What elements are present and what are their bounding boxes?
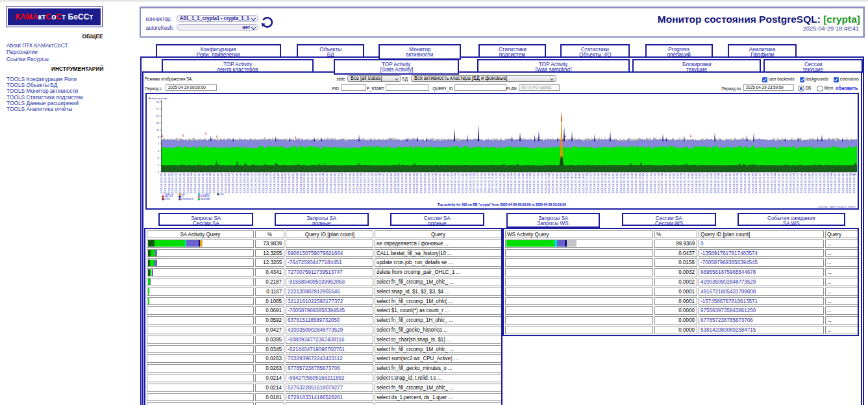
svg-text:Top activity for 500 on DB "cr: Top activity for 500 on DB "crypta" from… bbox=[438, 202, 566, 206]
svg-text:2025-04-29 11:28: 2025-04-29 11:28 bbox=[483, 173, 486, 193]
svg-text:2025-04-29 16:24: 2025-04-29 16:24 bbox=[623, 173, 626, 193]
svg-text:2025-04-29 07:28: 2025-04-29 07:28 bbox=[370, 173, 373, 193]
svg-text:2025-04-29 18:40: 2025-04-29 18:40 bbox=[687, 173, 690, 193]
svg-text:2025-04-29 14:48: 2025-04-29 14:48 bbox=[577, 173, 580, 193]
svg-text:2025-04-29 23:04: 2025-04-29 23:04 bbox=[811, 173, 814, 193]
svg-text:2025-04-29 08:24: 2025-04-29 08:24 bbox=[397, 173, 400, 193]
svg-text:2025-04-29 20:56: 2025-04-29 20:56 bbox=[750, 173, 754, 193]
svg-text:2025-04-29 21:28: 2025-04-29 21:28 bbox=[765, 173, 769, 193]
svg-text:2025-04-29 04:32: 2025-04-29 04:32 bbox=[288, 173, 291, 193]
svg-text:2025-04-29 09:36: 2025-04-29 09:36 bbox=[430, 173, 434, 193]
svg-text:2025-04-29 15:36: 2025-04-29 15:36 bbox=[600, 173, 603, 193]
svg-text:5: 5 bbox=[157, 149, 159, 153]
svg-text:2025-04-29 11:36: 2025-04-29 11:36 bbox=[487, 173, 490, 193]
svg-text:2025-04-29 15:20: 2025-04-29 15:20 bbox=[593, 173, 596, 193]
svg-text:2025-04-29 07:20: 2025-04-29 07:20 bbox=[367, 173, 370, 193]
svg-text:2025-04-29 23:44: 2025-04-29 23:44 bbox=[830, 173, 833, 193]
svg-text:2025-04-29 20:24: 2025-04-29 20:24 bbox=[736, 173, 739, 193]
svg-text:3: 3 bbox=[157, 156, 159, 160]
svg-text:2025-04-29 00:16: 2025-04-29 00:16 bbox=[167, 173, 170, 193]
svg-text:7: 7 bbox=[157, 142, 159, 145]
svg-text:2025-04-29 01:36: 2025-04-29 01:36 bbox=[205, 173, 208, 193]
svg-text:2025-04-29 04:16: 2025-04-29 04:16 bbox=[280, 173, 283, 193]
svg-text:2025-04-29 11:52: 2025-04-29 11:52 bbox=[495, 173, 498, 193]
svg-text:2025-04-29 17:04: 2025-04-29 17:04 bbox=[641, 173, 645, 193]
svg-text:2025-04-29 00:32: 2025-04-29 00:32 bbox=[852, 173, 856, 193]
svg-text:2025-04-29 07:04: 2025-04-29 07:04 bbox=[359, 173, 362, 193]
svg-text:2025-04-29 19:20: 2025-04-29 19:20 bbox=[706, 173, 709, 193]
svg-text:2025-04-29 13:20: 2025-04-29 13:20 bbox=[536, 173, 539, 193]
svg-text:2025-04-29 14:16: 2025-04-29 14:16 bbox=[562, 173, 565, 193]
svg-text:2025-04-29 00:24: 2025-04-29 00:24 bbox=[171, 173, 174, 193]
svg-text:2025-04-29 14:00: 2025-04-29 14:00 bbox=[555, 173, 558, 193]
svg-text:2025-04-29 01:52: 2025-04-29 01:52 bbox=[212, 173, 216, 193]
svg-text:2025-04-29 05:04: 2025-04-29 05:04 bbox=[303, 173, 306, 193]
svg-text:2025-04-29 17:36: 2025-04-29 17:36 bbox=[656, 173, 660, 193]
svg-text:2025-04-29 17:28: 2025-04-29 17:28 bbox=[652, 173, 656, 193]
svg-text:2025-04-29 20:40: 2025-04-29 20:40 bbox=[743, 173, 747, 193]
svg-text:2025-04-29 00:08: 2025-04-29 00:08 bbox=[163, 173, 166, 193]
svg-text:2025-04-29 20:08: 2025-04-29 20:08 bbox=[728, 173, 731, 193]
svg-text:2025-04-29 01:28: 2025-04-29 01:28 bbox=[201, 173, 204, 193]
svg-text:2025-04-29 23:28: 2025-04-29 23:28 bbox=[822, 173, 825, 193]
svg-text:2025-04-29 02:00: 2025-04-29 02:00 bbox=[216, 173, 219, 193]
svg-text:2025-04-29 16:16: 2025-04-29 16:16 bbox=[619, 173, 622, 193]
svg-text:2025-04-29 22:56: 2025-04-29 22:56 bbox=[807, 173, 810, 193]
svg-text:2025-04-29 06:40: 2025-04-29 06:40 bbox=[348, 173, 351, 193]
svg-text:2025-04-29 02:32: 2025-04-29 02:32 bbox=[231, 173, 234, 193]
svg-text:LOCK: LOCK bbox=[164, 198, 171, 201]
svg-text:2025-04-29 02:56: 2025-04-29 02:56 bbox=[242, 173, 245, 193]
svg-text:2025-04-29 00:08: 2025-04-29 00:08 bbox=[841, 173, 844, 193]
svg-text:2025-04-29 08:32: 2025-04-29 08:32 bbox=[401, 173, 404, 193]
svg-text:RUNTIME: RUNTIME bbox=[200, 198, 210, 201]
svg-text:2025-04-29 00:00: 2025-04-29 00:00 bbox=[837, 173, 841, 193]
svg-text:2025-04-29 13:12: 2025-04-29 13:12 bbox=[532, 173, 536, 193]
svg-text:2025-04-29 18:16: 2025-04-29 18:16 bbox=[675, 173, 678, 193]
svg-text:2025-04-29 04:40: 2025-04-29 04:40 bbox=[291, 173, 295, 193]
svg-text:2025-04-29 10:48: 2025-04-29 10:48 bbox=[464, 173, 467, 193]
svg-text:2025-04-29 09:04: 2025-04-29 09:04 bbox=[415, 173, 419, 193]
svg-text:2025-04-29 12:08: 2025-04-29 12:08 bbox=[502, 173, 505, 193]
svg-text:2025-04-29 18:48: 2025-04-29 18:48 bbox=[690, 173, 693, 193]
svg-text:2025-04-29 02:08: 2025-04-29 02:08 bbox=[219, 173, 223, 193]
svg-text:2025-04-29 23:52: 2025-04-29 23:52 bbox=[834, 173, 837, 193]
svg-text:2025-04-29 06:16: 2025-04-29 06:16 bbox=[336, 173, 340, 193]
svg-text:2025-04-29 22:32: 2025-04-29 22:32 bbox=[796, 173, 799, 193]
svg-text:2025-04-29 21:20: 2025-04-29 21:20 bbox=[762, 173, 765, 193]
svg-text:2025-04-29 19:44: 2025-04-29 19:44 bbox=[717, 173, 720, 193]
svg-text:2025-04-29 08:08: 2025-04-29 08:08 bbox=[389, 173, 392, 193]
svg-text:2025-04-29 02:48: 2025-04-29 02:48 bbox=[238, 173, 242, 193]
svg-text:2025-04-29 20:48: 2025-04-29 20:48 bbox=[747, 173, 750, 193]
svg-text:CPU: CPU bbox=[219, 193, 224, 196]
svg-text:-1: -1 bbox=[156, 171, 159, 174]
svg-text:2025-04-29 01:44: 2025-04-29 01:44 bbox=[208, 173, 212, 193]
svg-text:2025-04-29 22:40: 2025-04-29 22:40 bbox=[800, 173, 803, 193]
svg-text:2025-04-29 16:08: 2025-04-29 16:08 bbox=[615, 173, 618, 193]
svg-text:11: 11 bbox=[156, 129, 159, 132]
svg-text:2025-04-29 06:00: 2025-04-29 06:00 bbox=[329, 173, 332, 193]
svg-text:2025-04-29 21:36: 2025-04-29 21:36 bbox=[769, 173, 773, 193]
svg-text:2025-04-29 00:00: 2025-04-29 00:00 bbox=[160, 173, 163, 193]
svg-text:2025-04-29 07:36: 2025-04-29 07:36 bbox=[374, 173, 377, 193]
svg-text:2025-04-29 17:20: 2025-04-29 17:20 bbox=[649, 173, 652, 193]
svg-text:2025-04-29 06:48: 2025-04-29 06:48 bbox=[351, 173, 354, 193]
svg-text:2025-04-29 14:56: 2025-04-29 14:56 bbox=[581, 173, 584, 193]
svg-text:2025-04-29 14:24: 2025-04-29 14:24 bbox=[566, 173, 569, 193]
svg-text:2025-04-29 22:16: 2025-04-29 22:16 bbox=[788, 173, 791, 193]
svg-text:2025-04-29 07:44: 2025-04-29 07:44 bbox=[378, 173, 381, 193]
svg-text:2025-04-29 18:08: 2025-04-29 18:08 bbox=[671, 173, 675, 193]
svg-text:2025-04-29 09:12: 2025-04-29 09:12 bbox=[419, 173, 423, 193]
svg-text:2025-04-29 18:32: 2025-04-29 18:32 bbox=[683, 173, 686, 193]
svg-text:2025-04-29 05:28: 2025-04-29 05:28 bbox=[314, 173, 317, 193]
svg-text:2025-04-29 12:40: 2025-04-29 12:40 bbox=[517, 173, 521, 193]
svg-text:2025-04-29 03:52: 2025-04-29 03:52 bbox=[269, 173, 272, 193]
svg-text:2025-04-29 23:36: 2025-04-29 23:36 bbox=[826, 173, 829, 193]
svg-text:2025-04-29 13:28: 2025-04-29 13:28 bbox=[539, 173, 543, 193]
svg-text:2025-04-29 19:28: 2025-04-29 19:28 bbox=[709, 173, 712, 193]
svg-text:2025-04-29 06:56: 2025-04-29 06:56 bbox=[355, 173, 358, 193]
svg-text:2025-04-29 15:04: 2025-04-29 15:04 bbox=[585, 173, 588, 193]
svg-text:2025-04-29 11:20: 2025-04-29 11:20 bbox=[480, 173, 483, 193]
svg-text:2025-04-29 10:16: 2025-04-29 10:16 bbox=[449, 173, 453, 193]
svg-text:2025-04-29 17:52: 2025-04-29 17:52 bbox=[664, 173, 667, 193]
svg-text:2025-04-29 19:36: 2025-04-29 19:36 bbox=[713, 173, 716, 193]
